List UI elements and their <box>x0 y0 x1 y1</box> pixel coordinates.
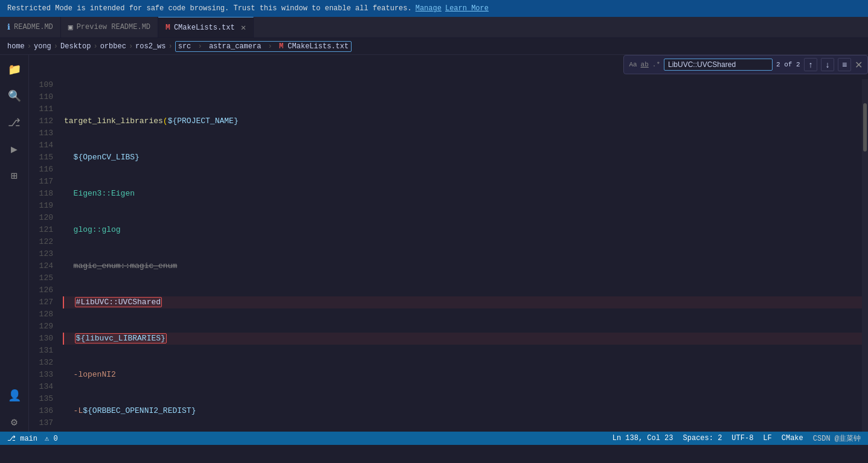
code-line-111: Eigen3::Eigen <box>63 188 862 200</box>
find-prev-button[interactable]: ↑ <box>804 58 817 71</box>
breadcrumb-home[interactable]: home <box>7 42 25 51</box>
readme-tab-icon: ℹ <box>7 22 10 32</box>
activity-run-icon[interactable]: ▶ <box>5 139 24 159</box>
find-toggle-button[interactable]: ≡ <box>838 58 851 71</box>
find-input[interactable] <box>664 59 773 71</box>
code-line-114: #LibUVC::UVCShared <box>63 296 862 308</box>
tab-readme[interactable]: ℹ README.MD <box>0 17 61 37</box>
code-line-116: -lopenNI2 <box>63 369 862 381</box>
manage-link[interactable]: Manage <box>416 4 442 13</box>
status-errors: ⚠ 0 <box>45 434 58 443</box>
activity-bar: 📁 🔍 ⎇ ▶ ⊞ 👤 ⚙ <box>0 55 29 432</box>
breadcrumb-astra: astra_camera <box>209 42 261 51</box>
activity-extensions-icon[interactable]: ⊞ <box>5 166 24 185</box>
code-content[interactable]: target_link_libraries(${PROJECT_NAME} ${… <box>58 79 862 432</box>
status-line-ending[interactable]: LF <box>763 434 771 442</box>
status-watermark: CSDN @韭菜钟 <box>813 433 861 444</box>
restricted-mode-message: Restricted Mode is intended for safe cod… <box>7 4 412 13</box>
find-match-icon: Aa <box>629 61 637 68</box>
restricted-mode-bar: Restricted Mode is intended for safe cod… <box>0 0 868 17</box>
breadcrumb-yong[interactable]: yong <box>34 42 51 51</box>
status-git[interactable]: ⎇ main <box>7 434 37 443</box>
status-bar-right: Ln 138, Col 23 Spaces: 2 UTF-8 LF CMake … <box>612 433 861 444</box>
breadcrumb-highlighted[interactable]: src › astra_camera › M CMakeLists.txt <box>175 41 352 52</box>
activity-settings-icon[interactable]: ⚙ <box>5 412 24 432</box>
code-editor[interactable]: 109 110 111 112 113 114 115 116 117 118 … <box>29 55 868 432</box>
status-spaces[interactable]: Spaces: 2 <box>683 434 722 442</box>
activity-search-icon[interactable]: 🔍 <box>5 86 24 106</box>
main-layout: 📁 🔍 ⎇ ▶ ⊞ 👤 ⚙ Aa ab .* 2 of 2 ↑ ↓ ≡ ✕ 10… <box>0 55 868 432</box>
breadcrumb-desktop[interactable]: Desktop <box>60 42 91 51</box>
breadcrumb: home › yong › Desktop › orbbec › ros2_ws… <box>0 38 868 55</box>
status-encoding[interactable]: UTF-8 <box>731 434 753 442</box>
learn-more-link[interactable]: Learn More <box>445 4 489 13</box>
tab-cmake[interactable]: M CMakeLists.txt ✕ <box>158 17 254 37</box>
code-line-109: target_link_libraries(${PROJECT_NAME} <box>63 115 862 127</box>
find-next-button[interactable]: ↓ <box>821 58 834 71</box>
scrollbar-thumb[interactable] <box>863 103 867 152</box>
cmake-tab-label: CMakeLists.txt <box>174 24 235 32</box>
code-line-117: -L${ORBBEC_OPENNI2_REDIST} <box>63 405 862 417</box>
status-bar-left: ⎇ main ⚠ 0 <box>7 434 58 443</box>
code-line-112: glog::glog <box>63 224 862 236</box>
status-line-col[interactable]: Ln 138, Col 23 <box>612 434 674 442</box>
breadcrumb-cmake-file: CMakeLists.txt <box>288 42 349 51</box>
tab-preview[interactable]: ▣ Preview README.MD <box>61 17 158 37</box>
status-language[interactable]: CMake <box>782 434 803 442</box>
find-regex-icon: .* <box>652 61 660 68</box>
activity-git-icon[interactable]: ⎇ <box>5 113 24 132</box>
activity-explorer-icon[interactable]: 📁 <box>5 60 24 79</box>
readme-tab-label: README.MD <box>14 23 53 31</box>
preview-tab-icon: ▣ <box>68 22 73 32</box>
find-close-button[interactable]: ✕ <box>855 59 863 71</box>
tab-bar: ℹ README.MD ▣ Preview README.MD M CMakeL… <box>0 17 868 38</box>
status-bar: ⎇ main ⚠ 0 Ln 138, Col 23 Spaces: 2 UTF-… <box>0 432 868 445</box>
editor-area: Aa ab .* 2 of 2 ↑ ↓ ≡ ✕ 109 110 111 112 … <box>29 55 868 432</box>
breadcrumb-ros2ws[interactable]: ros2_ws <box>135 42 166 51</box>
code-line-113: magic_enum::magic_enum <box>63 260 862 272</box>
cmake-tab-icon: M <box>166 23 170 32</box>
breadcrumb-src: src <box>178 42 191 51</box>
cmake-tab-close[interactable]: ✕ <box>241 22 246 33</box>
breadcrumb-orbbec[interactable]: orbbec <box>100 42 126 51</box>
code-line-110: ${OpenCV_LIBS} <box>63 152 862 164</box>
code-line-115: ${libuvc_LIBRARIES} <box>63 333 862 345</box>
breadcrumb-cmake-icon: M <box>279 42 283 51</box>
find-whole-word-icon: ab <box>641 61 649 68</box>
find-bar: Aa ab .* 2 of 2 ↑ ↓ ≡ ✕ <box>623 55 868 74</box>
scrollbar-track[interactable] <box>862 79 868 432</box>
activity-account-icon[interactable]: 👤 <box>5 386 24 405</box>
preview-tab-label: Preview README.MD <box>77 23 150 31</box>
line-numbers: 109 110 111 112 113 114 115 116 117 118 … <box>29 79 58 432</box>
find-count: 2 of 2 <box>776 61 800 68</box>
